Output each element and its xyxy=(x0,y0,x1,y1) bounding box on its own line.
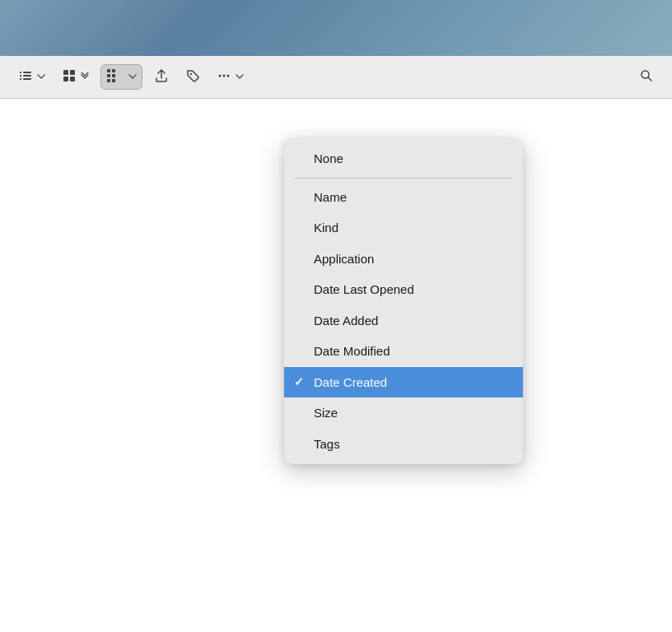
menu-item-name[interactable]: Name xyxy=(284,182,523,213)
menu-item-date-modified[interactable]: Date Modified xyxy=(284,336,523,367)
sort-dropdown-menu: None Name Kind Application Date Last Ope… xyxy=(284,138,523,464)
list-view-button[interactable] xyxy=(13,65,50,89)
tag-icon xyxy=(185,68,200,86)
menu-item-application-label: Application xyxy=(314,251,374,267)
checkmark-icon: ✓ xyxy=(294,374,304,389)
svg-rect-12 xyxy=(107,74,110,77)
svg-rect-6 xyxy=(63,70,68,75)
grid-view-button[interactable] xyxy=(57,65,94,89)
grid-icon xyxy=(62,68,77,86)
sort-grid-icon xyxy=(106,68,124,86)
share-button[interactable] xyxy=(149,65,174,89)
menu-item-kind-label: Kind xyxy=(314,220,338,236)
svg-rect-15 xyxy=(112,79,115,82)
sort-view-button[interactable] xyxy=(100,64,142,90)
menu-item-date-added[interactable]: Date Added xyxy=(284,305,523,337)
tag-button[interactable] xyxy=(180,65,205,89)
svg-rect-9 xyxy=(70,77,75,81)
svg-rect-2 xyxy=(20,78,21,80)
svg-rect-5 xyxy=(23,78,31,80)
menu-item-date-created[interactable]: ✓ Date Created xyxy=(284,367,523,398)
menu-item-application[interactable]: Application xyxy=(284,244,523,275)
list-view-chevron xyxy=(36,71,45,83)
svg-rect-11 xyxy=(112,69,115,72)
svg-point-16 xyxy=(190,73,192,75)
menu-item-none[interactable]: None xyxy=(284,143,523,174)
menu-item-tags-label: Tags xyxy=(314,436,340,453)
svg-rect-14 xyxy=(107,79,110,82)
svg-rect-13 xyxy=(112,74,115,77)
toolbar xyxy=(0,56,672,99)
menu-item-size[interactable]: Size xyxy=(284,397,523,429)
more-options-chevron xyxy=(235,71,244,83)
svg-rect-7 xyxy=(70,70,75,75)
list-icon xyxy=(18,68,33,86)
background-top xyxy=(0,0,672,56)
svg-point-17 xyxy=(219,75,222,77)
menu-item-kind[interactable]: Kind xyxy=(284,212,523,244)
menu-item-size-label: Size xyxy=(314,405,338,421)
menu-item-date-created-label: Date Created xyxy=(314,374,387,391)
svg-point-18 xyxy=(223,75,226,77)
menu-item-none-label: None xyxy=(314,151,343,167)
svg-rect-8 xyxy=(63,77,68,81)
svg-rect-10 xyxy=(107,69,110,72)
more-options-button[interactable] xyxy=(212,65,249,89)
svg-point-19 xyxy=(227,75,230,77)
menu-item-date-modified-label: Date Modified xyxy=(314,343,390,360)
grid-view-chevron xyxy=(80,71,89,83)
more-icon xyxy=(217,68,231,86)
menu-divider-1 xyxy=(294,178,513,179)
svg-rect-1 xyxy=(20,75,21,77)
search-button[interactable] xyxy=(634,65,659,89)
menu-item-tags[interactable]: Tags xyxy=(284,429,523,460)
menu-item-name-label: Name xyxy=(314,189,347,206)
search-icon xyxy=(639,68,654,86)
svg-rect-3 xyxy=(23,72,31,73)
menu-item-date-last-opened-label: Date Last Opened xyxy=(314,281,414,298)
share-icon xyxy=(154,68,169,86)
svg-rect-4 xyxy=(23,75,31,77)
menu-item-date-added-label: Date Added xyxy=(314,313,378,329)
menu-item-date-last-opened[interactable]: Date Last Opened xyxy=(284,274,523,305)
svg-rect-0 xyxy=(20,72,21,73)
sort-view-chevron xyxy=(128,71,137,83)
